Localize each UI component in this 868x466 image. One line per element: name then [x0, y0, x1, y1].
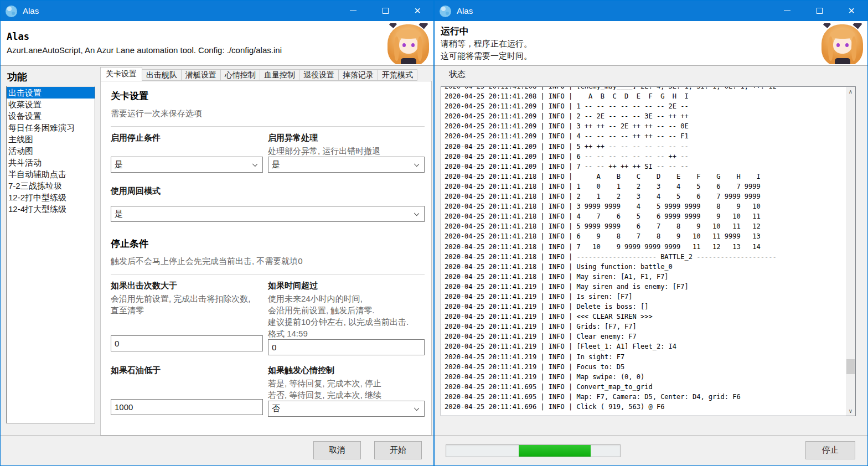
log-line: 2020-04-25 20:11:41.208 | INFO | A B C D… [445, 91, 845, 101]
log-line: 2020-04-25 20:11:41.208 | INFO | [enemy_… [445, 86, 845, 91]
log-line: 2020-04-25 20:11:41.218 | INFO | Using f… [445, 262, 845, 272]
config-window: Alas × Alas AzurLaneAutoScript, An Azur … [0, 0, 434, 466]
alas-logo-icon [6, 5, 18, 17]
tab[interactable]: 开荒模式 [378, 69, 417, 81]
tab[interactable]: 心情控制 [220, 69, 260, 81]
sidebar-item[interactable]: 收菜设置 [7, 99, 95, 110]
field-desc: 若是, 等待回复, 完成本次, 停止 若否, 等待回复, 完成本次, 继续 [268, 377, 425, 401]
field-label: 如果时间超过 [268, 280, 425, 291]
footer: 取消 开始 [1, 436, 433, 465]
log-line: 2020-04-25 20:11:41.209 | INFO | 1 -- --… [445, 101, 845, 111]
if-emotion-select[interactable]: 否 [268, 401, 425, 417]
sidebar-item[interactable]: 7-2三战拣垃圾 [7, 180, 95, 191]
sidebar-item[interactable]: 12-2打中型练级 [7, 191, 95, 203]
select-value: 是 [272, 159, 280, 170]
log-output[interactable]: 2020-04-25 20:11:41.208 | INFO | [enemy_… [441, 86, 856, 416]
avatar [387, 23, 430, 64]
input-value: 0 [115, 339, 119, 348]
close-icon[interactable]: × [835, 1, 867, 21]
app-title: Alas [7, 31, 29, 42]
if-oil-input[interactable]: 1000 [111, 399, 263, 415]
log-line: 2020-04-25 20:11:41.219 | INFO | Map swi… [445, 372, 845, 382]
log-line: 2020-04-25 20:11:41.209 | INFO | 4 -- --… [445, 131, 845, 141]
sidebar-list[interactable]: 出击设置收菜设置设备设置每日任务困难演习主线图活动图共斗活动半自动辅助点击7-2… [6, 86, 95, 423]
minimize-icon[interactable] [771, 1, 803, 21]
log-line: 2020-04-25 20:11:41.218 | INFO | -------… [445, 252, 845, 262]
log-line: 2020-04-25 20:11:41.218 | INFO | 2 1 2 3… [445, 191, 845, 201]
scroll-up-icon[interactable]: ∧ [846, 87, 855, 96]
sidebar-item[interactable]: 每日任务困难演习 [7, 122, 95, 133]
running-title: 运行中 [441, 25, 469, 38]
sidebar-item[interactable]: 出击设置 [7, 87, 95, 99]
sidebar-item[interactable]: 主线图 [7, 133, 95, 145]
field-label: 如果石油低于 [111, 365, 263, 376]
progress-bar [446, 444, 621, 457]
tab[interactable]: 掉落记录 [338, 69, 378, 81]
enable-exception-select[interactable]: 是 [268, 157, 425, 173]
log-line: 2020-04-25 20:11:41.218 | INFO | 6 9 8 7… [445, 231, 845, 241]
sidebar-item[interactable]: 设备设置 [7, 110, 95, 122]
field-desc: 处理部分异常, 运行出错时撤退 [268, 145, 425, 157]
tab[interactable]: 潜艇设置 [181, 69, 221, 81]
if-time-input[interactable]: 0 [268, 339, 425, 355]
select-value: 是 [115, 159, 123, 170]
footer: 停止 [435, 436, 867, 465]
maximize-icon[interactable] [803, 1, 835, 21]
alas-logo-icon [440, 5, 452, 17]
app-header: 运行中 请稍等，程序正在运行。 这可能将需要一定时间。 [435, 21, 867, 66]
start-button[interactable]: 开始 [374, 441, 422, 459]
log-line: 2020-04-25 20:11:41.209 | INFO | 2 -- 2E… [445, 111, 845, 121]
input-value: 1000 [115, 402, 133, 412]
select-value: 是 [115, 209, 123, 219]
log-scrollbar[interactable]: ∧ ∨ [846, 87, 855, 416]
log-line: 2020-04-25 20:11:41.218 | INFO | A B C D… [445, 172, 845, 182]
scrollbar-thumb[interactable] [846, 359, 855, 374]
close-icon[interactable]: × [401, 1, 433, 21]
log-line: 2020-04-25 20:11:41.219 | INFO | Is sire… [445, 292, 845, 302]
maximize-icon[interactable] [369, 1, 401, 21]
log-line: 2020-04-25 20:11:41.695 | INFO | Map: F7… [445, 392, 845, 402]
log-line: 2020-04-25 20:11:41.218 | INFO | 5 9999 … [445, 221, 845, 231]
log-line: 2020-04-25 20:11:41.218 | INFO | 4 7 6 5… [445, 211, 845, 221]
tab[interactable]: 血量控制 [260, 69, 299, 81]
field-label: 启用异常处理 [268, 132, 425, 143]
log-line: 2020-04-25 20:11:41.209 | INFO | 7 -- --… [445, 162, 845, 172]
sidebar-item[interactable]: 12-4打大型练级 [7, 203, 95, 215]
log-line: 2020-04-25 20:11:41.219 | INFO | In sigh… [445, 352, 845, 362]
log-line: 2020-04-25 20:11:41.696 | INFO | Click (… [445, 402, 845, 412]
field-label: 启用停止条件 [111, 132, 263, 143]
log-line: 2020-04-25 20:11:41.209 | INFO | 3 ++ ++… [445, 121, 845, 131]
scroll-down-icon[interactable]: ∨ [846, 406, 855, 416]
status-label: 状态 [449, 69, 466, 80]
log-line: 2020-04-25 20:11:41.219 | INFO | Grids: … [445, 322, 845, 332]
titlebar: Alas × [435, 1, 867, 21]
cycle-mode-select[interactable]: 是 [111, 206, 425, 222]
section-title: 关卡设置 [111, 90, 425, 102]
section-desc: 需要运行一次来保存选项 [111, 107, 425, 119]
tab[interactable]: 出击舰队 [142, 69, 182, 81]
chevron-down-icon [414, 406, 419, 411]
progress-fill [519, 445, 591, 457]
log-line: 2020-04-25 20:11:41.209 | INFO | 6 -- --… [445, 152, 845, 162]
sidebar-item[interactable]: 活动图 [7, 145, 95, 157]
tab[interactable]: 退役设置 [299, 69, 339, 81]
stop-button[interactable]: 停止 [805, 441, 855, 459]
tab[interactable]: 关卡设置 [100, 67, 142, 81]
cancel-button[interactable]: 取消 [313, 441, 361, 459]
minimize-icon[interactable] [337, 1, 369, 21]
log-line: 2020-04-25 20:11:41.209 | INFO | 5 ++ ++… [445, 142, 845, 152]
enable-stop-select[interactable]: 是 [111, 157, 263, 173]
log-line: 2020-04-25 20:11:41.219 | INFO | <<< CLE… [445, 312, 845, 322]
divider [111, 274, 425, 275]
window-title: Alas [457, 6, 473, 15]
log-line: 2020-04-25 20:11:41.219 | INFO | Focus t… [445, 362, 845, 372]
log-line: 2020-04-25 20:11:41.218 | INFO | May sir… [445, 272, 845, 282]
sidebar-item[interactable]: 半自动辅助点击 [7, 168, 95, 180]
sidebar-item[interactable]: 共斗活动 [7, 157, 95, 168]
log-line: 2020-04-25 20:11:41.695 | INFO | Convert… [445, 382, 845, 392]
if-count-input[interactable]: 0 [111, 335, 263, 351]
avatar [821, 23, 864, 64]
log-line: 2020-04-25 20:11:41.218 | INFO | 3 9999 … [445, 201, 845, 211]
app-header: Alas AzurLaneAutoScript, An Azur Lane au… [1, 21, 433, 66]
window-title: Alas [23, 6, 39, 15]
